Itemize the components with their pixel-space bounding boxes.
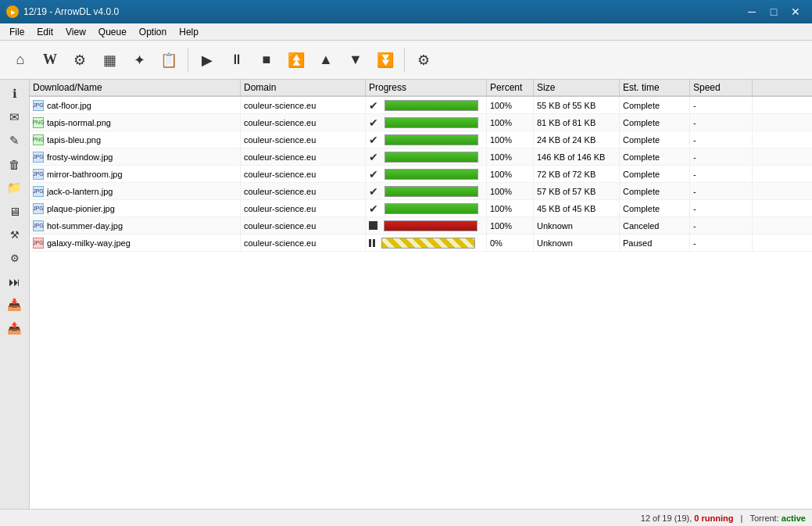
sidebar-trash[interactable]: 🗑 — [4, 153, 26, 175]
sidebar-info[interactable]: ℹ — [4, 83, 26, 105]
filename-text: galaxy-milky-way.jpeg — [47, 238, 131, 248]
table-row[interactable]: PNGtapis-bleu.pngcouleur-science.eu ✔ 10… — [30, 131, 812, 148]
magic-button[interactable]: ✦ — [125, 46, 153, 74]
title-bar-left: ▸ 12/19 - ArrowDL v4.0.0 — [6, 5, 119, 18]
main-area: ℹ ✉ ✎ 🗑 📁 🖥 ⚒ ⚙ ⏭ 📥 📤 Download/Name Doma… — [0, 80, 812, 509]
col-header-progress[interactable]: Progress — [366, 80, 487, 95]
file-type-icon: JPG — [33, 152, 44, 163]
cell-progress — [366, 234, 487, 251]
table-row[interactable]: JPGplaque-pionier.jpgcouleur-science.eu … — [30, 200, 812, 217]
sidebar-export[interactable]: 📤 — [4, 317, 26, 339]
menu-item-edit[interactable]: Edit — [30, 25, 59, 39]
torrent-status: Torrent: active — [749, 513, 806, 523]
table-row[interactable]: JPGmirror-bathroom.jpgcouleur-science.eu… — [30, 166, 812, 183]
progress-bar-container — [385, 117, 478, 128]
file-type-icon: JPG — [33, 238, 44, 249]
sidebar-tool1[interactable]: ⚒ — [4, 224, 26, 245]
cell-esttime: Complete — [620, 131, 690, 148]
col-header-esttime[interactable]: Est. time — [620, 80, 690, 95]
status-separator: | — [741, 513, 743, 523]
progress-bar-fill — [385, 118, 478, 127]
cell-size: 81 KB of 81 KB — [534, 114, 620, 131]
move-up-button[interactable]: ▲ — [312, 46, 340, 74]
sidebar-mail[interactable]: ✉ — [4, 106, 26, 128]
cell-speed: - — [690, 217, 753, 234]
play-button[interactable]: ▶ — [193, 46, 221, 74]
cell-domain: couleur-science.eu — [241, 166, 366, 182]
col-header-speed[interactable]: Speed — [690, 80, 753, 95]
file-type-icon: PNG — [33, 117, 44, 128]
bookmark-button[interactable]: W — [36, 46, 64, 74]
cell-size: 72 KB of 72 KB — [534, 166, 620, 182]
clipboard-button[interactable]: 📋 — [155, 46, 183, 74]
filename-text: jack-o-lantern.jpg — [47, 187, 113, 196]
cell-size: 57 KB of 57 KB — [534, 183, 620, 199]
move-down-button[interactable]: ▼ — [342, 46, 370, 74]
menu-item-file[interactable]: File — [3, 25, 30, 39]
col-header-size[interactable]: Size — [534, 80, 620, 95]
cell-domain: couleur-science.eu — [241, 183, 366, 199]
scheduler-button[interactable]: ▦ — [95, 46, 123, 74]
progress-bar-fill — [385, 187, 478, 196]
col-header-name[interactable]: Download/Name — [30, 80, 241, 95]
minimize-button[interactable]: ─ — [742, 4, 762, 20]
progress-bar-container — [385, 100, 478, 111]
cell-speed: - — [690, 97, 753, 113]
cell-size: Unknown — [534, 234, 620, 251]
sidebar-tool2[interactable]: ⚙ — [4, 247, 26, 269]
table-row[interactable]: PNGtapis-normal.pngcouleur-science.eu ✔ … — [30, 114, 812, 131]
menu-bar: FileEditViewQueueOptionHelp — [0, 23, 812, 41]
file-type-icon: JPG — [33, 186, 44, 197]
sidebar-playskip[interactable]: ⏭ — [4, 270, 26, 292]
close-button[interactable]: ✕ — [785, 4, 806, 20]
progress-check-icon: ✔ — [369, 185, 378, 198]
menu-item-option[interactable]: Option — [133, 25, 173, 39]
settings-button[interactable]: ⚙ — [66, 46, 94, 74]
toolbar: ⌂ W ⚙ ▦ ✦ 📋 ▶ ⏸ ■ ⏫ ▲ ▼ ⏬ ⚙ — [0, 41, 812, 80]
table-row[interactable]: JPGjack-o-lantern.jpgcouleur-science.eu … — [30, 183, 812, 200]
cell-speed: - — [690, 131, 753, 148]
menu-item-queue[interactable]: Queue — [92, 25, 133, 39]
progress-check-icon: ✔ — [369, 151, 378, 163]
restore-button[interactable]: □ — [764, 4, 784, 20]
sidebar-edit[interactable]: ✎ — [4, 130, 26, 152]
move-top-button[interactable]: ⏫ — [282, 46, 310, 74]
cell-filename: PNGtapis-bleu.png — [30, 131, 241, 148]
col-header-domain[interactable]: Domain — [241, 80, 366, 95]
sidebar-monitor[interactable]: 🖥 — [4, 200, 26, 222]
cell-size: 24 KB of 24 KB — [534, 131, 620, 148]
cell-size: 45 KB of 45 KB — [534, 200, 620, 216]
home-button[interactable]: ⌂ — [6, 46, 34, 74]
cell-esttime: Canceled — [620, 217, 690, 234]
options-button[interactable]: ⚙ — [410, 46, 438, 74]
progress-bar-container — [385, 203, 478, 214]
cell-domain: couleur-science.eu — [241, 200, 366, 216]
cell-speed: - — [690, 183, 753, 199]
sidebar: ℹ ✉ ✎ 🗑 📁 🖥 ⚒ ⚙ ⏭ 📥 📤 — [0, 80, 30, 509]
table-row[interactable]: JPGgalaxy-milky-way.jpegcouleur-science.… — [30, 234, 812, 252]
cell-filename: JPGfrosty-window.jpg — [30, 148, 241, 165]
cell-percent: 0% — [487, 234, 534, 251]
table-row[interactable]: JPGcat-floor.jpgcouleur-science.eu ✔ 100… — [30, 97, 812, 114]
menu-item-help[interactable]: Help — [173, 25, 205, 39]
stop-button[interactable]: ■ — [252, 46, 281, 74]
col-header-percent[interactable]: Percent — [487, 80, 534, 95]
filename-text: frosty-window.jpg — [47, 152, 113, 162]
cell-progress: ✔ — [366, 114, 487, 131]
menu-item-view[interactable]: View — [59, 25, 92, 39]
table-row[interactable]: JPGhot-summer-day.jpgcouleur-science.eu … — [30, 217, 812, 234]
sidebar-folder[interactable]: 📁 — [4, 177, 26, 199]
status-text: 12 of 19 (19), 0 running — [641, 513, 734, 523]
cell-percent: 100% — [487, 217, 534, 234]
cell-filename: JPGplaque-pionier.jpg — [30, 200, 241, 216]
title-bar: ▸ 12/19 - ArrowDL v4.0.0 ─ □ ✕ — [0, 0, 812, 23]
table-row[interactable]: JPGfrosty-window.jpgcouleur-science.eu ✔… — [30, 148, 812, 166]
progress-bar-container — [381, 238, 475, 249]
pause-button[interactable]: ⏸ — [223, 46, 251, 74]
cell-size: 146 KB of 146 KB — [534, 148, 620, 165]
move-bottom-button[interactable]: ⏬ — [371, 46, 399, 74]
cell-filename: JPGcat-floor.jpg — [30, 97, 241, 113]
stop-icon — [369, 221, 377, 230]
cell-size: 55 KB of 55 KB — [534, 97, 620, 113]
sidebar-import[interactable]: 📥 — [4, 294, 26, 316]
